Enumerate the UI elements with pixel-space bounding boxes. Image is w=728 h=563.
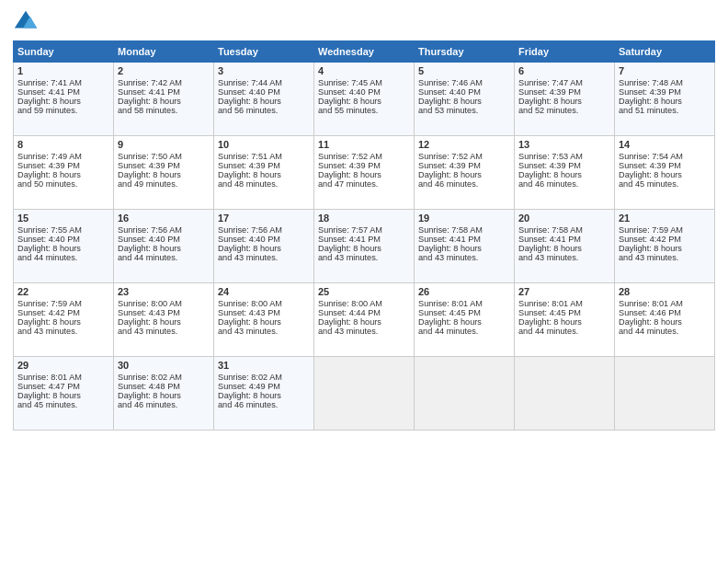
day-info-line: and 43 minutes. <box>218 253 310 262</box>
calendar-cell: 16Sunrise: 7:56 AMSunset: 4:40 PMDayligh… <box>114 210 214 283</box>
day-number: 11 <box>318 139 410 150</box>
logo <box>13 9 42 35</box>
calendar-cell: 28Sunrise: 8:01 AMSunset: 4:46 PMDayligh… <box>615 283 715 357</box>
day-info-line: Sunrise: 8:00 AM <box>318 299 410 308</box>
calendar-cell <box>615 357 715 431</box>
calendar-cell: 25Sunrise: 8:00 AMSunset: 4:44 PMDayligh… <box>314 283 415 357</box>
day-number: 7 <box>619 65 711 76</box>
day-info-line: Daylight: 8 hours <box>17 170 109 179</box>
day-info-line: and 58 minutes. <box>118 106 210 115</box>
day-info-line: and 44 minutes. <box>118 253 210 262</box>
day-info-line: Sunset: 4:43 PM <box>118 308 210 317</box>
calendar-week-row: 29Sunrise: 8:01 AMSunset: 4:47 PMDayligh… <box>14 357 715 431</box>
calendar-cell: 5Sunrise: 7:46 AMSunset: 4:40 PMDaylight… <box>415 63 515 136</box>
calendar-cell: 11Sunrise: 7:52 AMSunset: 4:39 PMDayligh… <box>314 136 415 210</box>
day-info-line: and 44 minutes. <box>418 327 510 336</box>
day-info-line: Daylight: 8 hours <box>318 97 410 106</box>
day-info-line: Sunset: 4:41 PM <box>17 87 109 97</box>
day-number: 12 <box>418 139 510 150</box>
day-info-line: Daylight: 8 hours <box>118 244 210 253</box>
day-info-line: and 56 minutes. <box>218 106 310 115</box>
day-info-line: Sunset: 4:41 PM <box>118 87 210 97</box>
day-number: 16 <box>118 213 210 224</box>
day-number: 25 <box>318 286 410 297</box>
day-info-line: Sunset: 4:39 PM <box>218 161 310 170</box>
calendar-cell: 2Sunrise: 7:42 AMSunset: 4:41 PMDaylight… <box>114 63 214 136</box>
day-info-line: Sunrise: 7:56 AM <box>118 225 210 235</box>
day-info-line: Sunset: 4:41 PM <box>418 235 510 244</box>
calendar-cell: 17Sunrise: 7:56 AMSunset: 4:40 PMDayligh… <box>214 210 314 283</box>
day-info-line: Sunset: 4:42 PM <box>619 235 711 244</box>
day-info-line: Daylight: 8 hours <box>518 244 610 253</box>
weekday-header: Monday <box>114 41 214 63</box>
day-info-line: Daylight: 8 hours <box>518 170 610 179</box>
day-info-line: Daylight: 8 hours <box>418 244 510 253</box>
day-info-line: Sunrise: 8:00 AM <box>118 299 210 308</box>
day-info-line: Sunset: 4:40 PM <box>418 87 510 97</box>
day-info-line: Daylight: 8 hours <box>218 391 310 400</box>
day-info-line: Sunrise: 7:52 AM <box>318 152 410 161</box>
day-info-line: Sunrise: 7:47 AM <box>518 78 610 87</box>
day-info-line: and 44 minutes. <box>17 253 109 262</box>
day-info-line: Sunset: 4:40 PM <box>218 87 310 97</box>
day-info-line: and 43 minutes. <box>17 327 109 336</box>
day-info-line: Sunset: 4:39 PM <box>318 161 410 170</box>
calendar-cell: 13Sunrise: 7:53 AMSunset: 4:39 PMDayligh… <box>515 136 615 210</box>
calendar-cell <box>314 357 415 431</box>
calendar-cell <box>515 357 615 431</box>
day-info-line: Sunrise: 7:53 AM <box>518 152 610 161</box>
day-info-line: and 51 minutes. <box>619 106 711 115</box>
calendar-week-row: 15Sunrise: 7:55 AMSunset: 4:40 PMDayligh… <box>14 210 715 283</box>
calendar-cell: 29Sunrise: 8:01 AMSunset: 4:47 PMDayligh… <box>14 357 114 431</box>
day-info-line: and 50 minutes. <box>17 179 109 189</box>
calendar-cell: 31Sunrise: 8:02 AMSunset: 4:49 PMDayligh… <box>214 357 314 431</box>
day-info-line: and 59 minutes. <box>17 106 109 115</box>
weekday-header: Friday <box>515 41 615 63</box>
day-info-line: Sunrise: 7:58 AM <box>418 225 510 235</box>
day-info-line: and 45 minutes. <box>17 400 109 409</box>
day-info-line: Sunset: 4:41 PM <box>518 235 610 244</box>
logo-icon <box>13 9 39 35</box>
day-number: 31 <box>218 360 310 371</box>
day-info-line: and 48 minutes. <box>218 179 310 189</box>
day-info-line: Sunset: 4:40 PM <box>318 87 410 97</box>
day-number: 10 <box>218 139 310 150</box>
calendar-cell: 1Sunrise: 7:41 AMSunset: 4:41 PMDaylight… <box>14 63 114 136</box>
day-info-line: Sunset: 4:39 PM <box>518 87 610 97</box>
day-info-line: Sunset: 4:40 PM <box>17 235 109 244</box>
calendar-cell: 12Sunrise: 7:52 AMSunset: 4:39 PMDayligh… <box>415 136 515 210</box>
day-info-line: Sunrise: 7:58 AM <box>518 225 610 235</box>
day-info-line: and 43 minutes. <box>318 253 410 262</box>
calendar-cell: 24Sunrise: 8:00 AMSunset: 4:43 PMDayligh… <box>214 283 314 357</box>
day-number: 18 <box>318 213 410 224</box>
day-info-line: Daylight: 8 hours <box>118 170 210 179</box>
day-info-line: Sunrise: 7:42 AM <box>118 78 210 87</box>
weekday-header: Thursday <box>415 41 515 63</box>
day-info-line: Sunset: 4:48 PM <box>118 382 210 391</box>
day-info-line: Daylight: 8 hours <box>619 317 711 327</box>
day-info-line: Sunrise: 7:50 AM <box>118 152 210 161</box>
day-info-line: Daylight: 8 hours <box>118 317 210 327</box>
day-number: 2 <box>118 65 210 76</box>
day-info-line: Daylight: 8 hours <box>17 391 109 400</box>
day-info-line: Sunrise: 8:01 AM <box>518 299 610 308</box>
day-info-line: Sunset: 4:45 PM <box>418 308 510 317</box>
day-info-line: Daylight: 8 hours <box>619 244 711 253</box>
day-info-line: Sunset: 4:39 PM <box>118 161 210 170</box>
calendar-cell <box>415 357 515 431</box>
calendar-cell: 7Sunrise: 7:48 AMSunset: 4:39 PMDaylight… <box>615 63 715 136</box>
calendar-cell: 23Sunrise: 8:00 AMSunset: 4:43 PMDayligh… <box>114 283 214 357</box>
calendar-cell: 4Sunrise: 7:45 AMSunset: 4:40 PMDaylight… <box>314 63 415 136</box>
day-info-line: Daylight: 8 hours <box>218 244 310 253</box>
day-info-line: Sunrise: 8:01 AM <box>17 373 109 382</box>
day-info-line: Sunrise: 7:52 AM <box>418 152 510 161</box>
calendar-cell: 8Sunrise: 7:49 AMSunset: 4:39 PMDaylight… <box>14 136 114 210</box>
weekday-header: Saturday <box>615 41 715 63</box>
day-info-line: Sunrise: 7:59 AM <box>619 225 711 235</box>
day-info-line: Sunset: 4:39 PM <box>619 161 711 170</box>
day-info-line: Sunrise: 7:54 AM <box>619 152 711 161</box>
day-info-line: Sunrise: 7:48 AM <box>619 78 711 87</box>
day-number: 5 <box>418 65 510 76</box>
day-info-line: Sunrise: 7:55 AM <box>17 225 109 235</box>
day-number: 8 <box>17 139 109 150</box>
